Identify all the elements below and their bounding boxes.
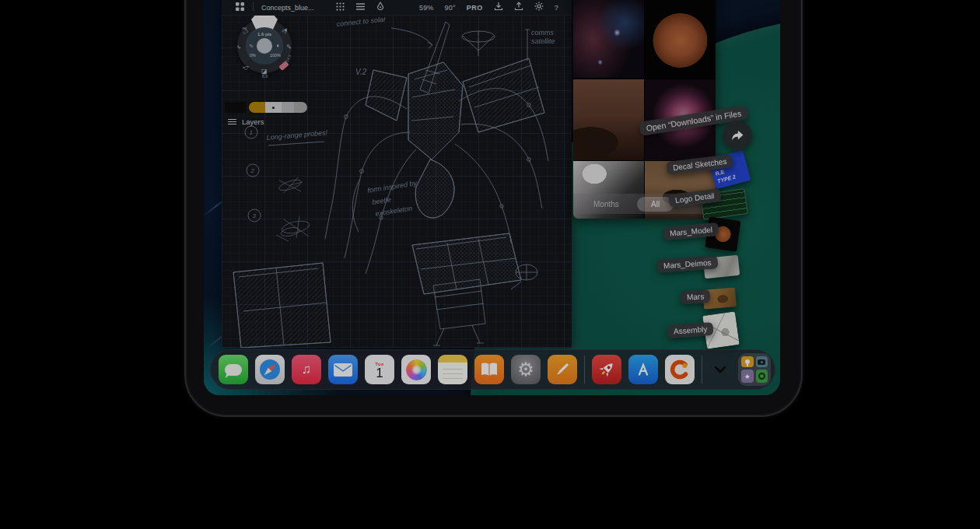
canvas-annotation: beetle [372,195,392,206]
rocket-icon [597,359,617,380]
swatch-black[interactable] [225,102,246,113]
mail-app-icon[interactable] [328,355,358,384]
document-title[interactable]: Concepts_blue... [261,4,314,12]
segment-months[interactable]: Months [593,200,619,208]
settings-gear-icon[interactable] [533,1,545,12]
photo-grid [573,0,716,219]
dock-divider [584,356,585,384]
segment-size-label: 8.9 [262,74,268,79]
canvas-rotation[interactable]: 90° [445,4,456,12]
help-button[interactable]: ? [555,4,558,12]
export-share-icon[interactable] [513,1,525,12]
layers-menu-icon [228,119,236,125]
open-book-icon [480,362,499,377]
wheel-center[interactable]: 1.6 pts ∿ ◐ 0% 100% [246,27,283,65]
dots-grid-icon[interactable] [334,1,346,12]
messages-app-icon[interactable] [219,355,248,384]
drawing-canvas[interactable]: connect to solar comms satellite V.2 Lon… [222,16,572,348]
concepts-c-icon [668,358,691,381]
canvas-annotation: form inspired by [367,179,418,194]
layers-label: Layers [242,117,264,126]
app-store-icon[interactable] [628,355,658,384]
envelope-icon [334,363,352,377]
marketing-scene: Concepts_blue... 59% 90° PRO [0,0,980,529]
active-size-badge: 1.6 [256,16,272,17]
rocket-app-icon[interactable] [592,355,621,384]
safari-app-icon[interactable] [255,355,285,384]
photo-horsehead-nebula[interactable] [573,0,644,78]
canvas-annotation: comms [531,29,554,37]
ring-icon [758,373,765,380]
circled-number: 2 [250,167,255,174]
music-note-icon: ♫ [302,362,312,377]
speech-bubble-icon [225,364,242,376]
photos-app-window: Months All [573,0,716,219]
dock-divider [702,356,702,384]
concepts-toolbar: Concepts_blue... 59% 90° PRO [222,0,572,16]
green-ring-mini-icon [756,370,768,383]
stroke-size-value[interactable]: 1.6 pts [246,32,283,37]
star-icon: ★ [744,373,751,380]
layers-stack-icon[interactable] [354,1,366,12]
canvas-annotation: exoskeleton [375,205,413,218]
books-app-icon[interactable] [474,355,504,384]
toolbar-divider [253,2,254,11]
swatch-dark-gray[interactable] [294,102,307,113]
marker-icon[interactable]: ✎ [286,44,292,51]
concepts-app-window: Concepts_blue... 59% 90° PRO [222,0,572,348]
opacity-max: 100% [270,53,281,58]
photo-mars-landscape[interactable] [573,79,644,160]
gear-icon: ⚙ [517,360,534,379]
brush-tool-wheel[interactable]: 1.6 ∿ ▴ ϟ ✎ ◿ ◪ 1.3 3.5 14.5 8.9 1.6 pts [237,19,292,73]
swatch-light-gray-selected[interactable] [265,102,282,113]
sketch-pen-app-icon[interactable] [548,355,577,384]
suggested-apps-cluster[interactable]: ★ [738,353,771,386]
lightbulb-icon [745,359,750,364]
drop-action-badge [723,121,752,150]
note-lines [443,368,463,379]
smoothing-icon[interactable]: ∿ [249,43,254,49]
calendar-app-icon[interactable]: Tue 1 [365,355,394,384]
canvas-annotation: connect to solar [336,16,387,28]
circled-number: 3 [253,212,257,219]
pen-icon [553,360,572,379]
layers-panel-toggle[interactable]: Layers [228,117,264,126]
compass-icon [258,358,282,381]
circled-number: 1 [250,129,253,136]
tips-mini-icon [741,356,754,367]
pro-badge[interactable]: PRO [467,4,483,12]
dock: ♫ Tue 1 [210,349,775,390]
star-mini-icon: ★ [741,370,754,383]
canvas-annotation: Long-range probes! [266,128,328,142]
canvas-annotation: satellite [531,37,555,45]
calendar-day: 1 [376,366,383,380]
photos-app-icon[interactable] [401,355,431,384]
chevron-down-icon [713,365,727,374]
opacity-min: 0% [250,53,256,58]
forward-arrow-icon [730,128,745,143]
import-icon[interactable] [492,1,505,12]
camera-mini-icon [756,356,768,367]
app-store-a-icon [634,360,653,379]
color-swatch-bar [225,102,307,113]
settings-app-icon[interactable]: ⚙ [511,355,541,384]
opacity-icon[interactable]: ◐ [276,42,280,49]
drag-label: Mars [681,289,711,304]
wire-pen-icon[interactable]: ϟ [237,44,240,51]
concepts-app-icon[interactable] [665,355,695,384]
swatch-gold[interactable] [249,102,265,113]
wheel-knob[interactable] [257,38,272,54]
pen-nib-icon[interactable] [374,1,387,12]
selected-swatch-dot [272,107,275,109]
swatch-gray[interactable] [282,102,294,113]
dock-chevron-button[interactable] [709,355,731,384]
camera-icon [758,359,765,365]
zoom-level[interactable]: 59% [419,4,434,12]
notes-app-icon[interactable] [438,355,467,384]
music-app-icon[interactable]: ♫ [292,355,321,384]
photo-mars-globe[interactable] [645,0,716,78]
canvas-annotation: V.2 [355,68,367,76]
gallery-grid-icon[interactable] [233,1,246,12]
ipad-device-frame: Concepts_blue... 59% 90° PRO [184,0,803,417]
ipad-screen: Concepts_blue... 59% 90° PRO [204,0,780,395]
